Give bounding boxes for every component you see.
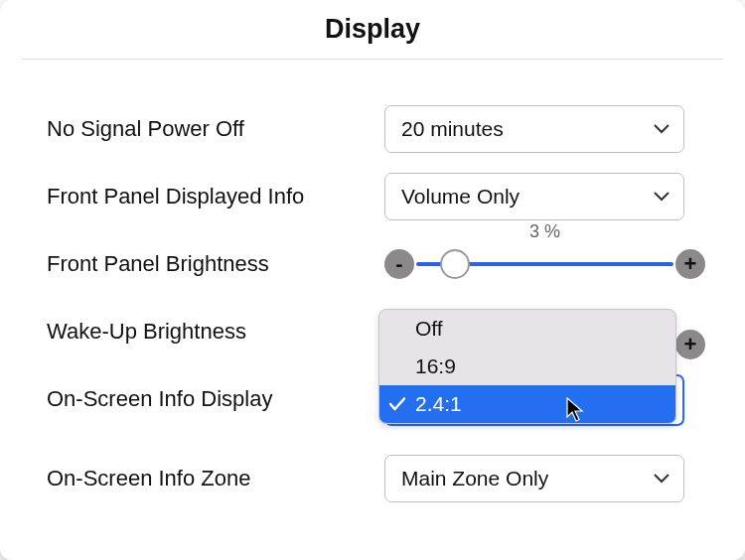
brightness-slider[interactable]: 3 % - + bbox=[384, 249, 705, 279]
select-value: Main Zone Only bbox=[401, 467, 548, 490]
label-front-panel-info: Front Panel Displayed Info bbox=[47, 184, 384, 210]
label-no-signal-power-off: No Signal Power Off bbox=[47, 116, 384, 142]
brightness-decrement-button[interactable]: - bbox=[384, 249, 414, 279]
dropdown-option-16-9[interactable]: 16:9 bbox=[379, 348, 675, 385]
label-osd-zone: On-Screen Info Zone bbox=[47, 466, 384, 491]
label-front-panel-brightness: Front Panel Brightness bbox=[47, 251, 384, 277]
wake-brightness-increment-button[interactable]: + bbox=[675, 330, 705, 359]
check-icon bbox=[389, 397, 405, 411]
row-no-signal-power-off: No Signal Power Off 20 minutes bbox=[47, 95, 705, 163]
dropdown-option-off[interactable]: Off bbox=[379, 310, 675, 348]
select-no-signal-power-off[interactable]: 20 minutes bbox=[384, 105, 684, 153]
row-front-panel-info: Front Panel Displayed Info Volume Only bbox=[47, 163, 705, 230]
dropdown-option-label: Off bbox=[415, 317, 443, 341]
label-osd: On-Screen Info Display bbox=[47, 386, 384, 412]
dropdown-option-label: 16:9 bbox=[415, 354, 456, 378]
slider-track[interactable] bbox=[416, 262, 673, 266]
chevron-down-icon bbox=[654, 124, 670, 134]
page-title: Display bbox=[0, 14, 745, 45]
brightness-increment-button[interactable]: + bbox=[675, 249, 705, 279]
settings-rows: No Signal Power Off 20 minutes Front Pan… bbox=[0, 60, 745, 512]
row-osd-zone: On-Screen Info Zone Main Zone Only bbox=[47, 445, 705, 512]
chevron-down-icon bbox=[654, 474, 670, 484]
select-front-panel-info[interactable]: Volume Only bbox=[384, 173, 684, 220]
brightness-value-text: 3 % bbox=[529, 221, 560, 242]
select-value: 20 minutes bbox=[401, 117, 504, 141]
chevron-down-icon bbox=[654, 192, 670, 202]
row-front-panel-brightness: Front Panel Brightness 3 % - + bbox=[47, 230, 705, 298]
select-value: Volume Only bbox=[401, 185, 520, 209]
dropdown-option-label: 2.4:1 bbox=[415, 392, 462, 416]
display-settings-panel: Display No Signal Power Off 20 minutes F… bbox=[0, 0, 745, 560]
osd-dropdown-menu: Off 16:9 2.4:1 bbox=[378, 309, 676, 424]
select-osd-zone[interactable]: Main Zone Only bbox=[384, 455, 684, 502]
slider-thumb[interactable] bbox=[440, 249, 470, 279]
label-wake-up-brightness: Wake-Up Brightness bbox=[47, 319, 384, 345]
dropdown-option-2-4-1[interactable]: 2.4:1 bbox=[379, 385, 675, 423]
